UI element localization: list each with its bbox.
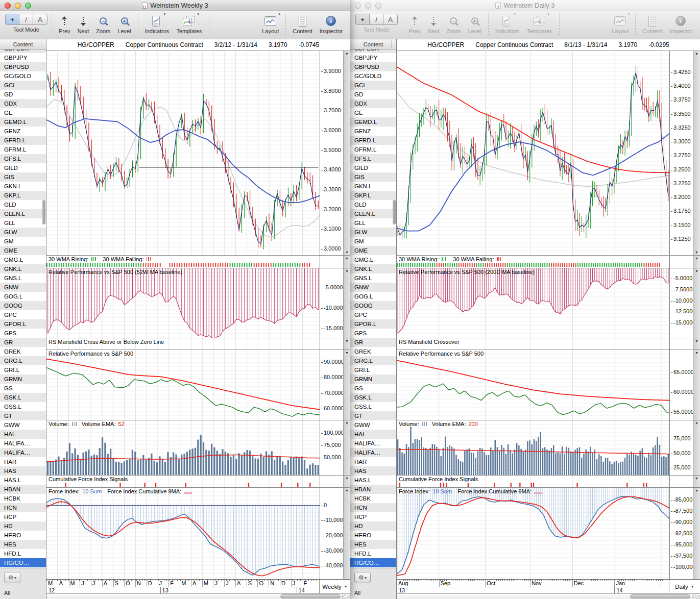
panel-menu-button[interactable]: ▼ [345, 269, 349, 273]
panel-scroll-strip[interactable]: ▼ [693, 338, 700, 350]
inspector-button[interactable]: iInspector [320, 14, 343, 34]
panel-scroll-strip[interactable]: ▼ [693, 476, 700, 487]
panel-scroll-strip[interactable]: ▼ [693, 268, 700, 338]
list-item-symbol[interactable]: GRI.L [0, 365, 46, 375]
panel-scroll-strip[interactable]: ▼ [693, 488, 700, 579]
list-item-symbol[interactable]: GLW [350, 228, 396, 237]
text-tool-button[interactable]: A [33, 14, 47, 24]
list-item-symbol[interactable]: GPC [350, 310, 396, 319]
list-item-symbol[interactable]: GCI [350, 81, 396, 90]
panel-menu-button[interactable]: ▼ [345, 257, 349, 260]
signals-plot[interactable]: Cumulative Force Index Signals [397, 476, 669, 487]
list-item-symbol[interactable]: GT [0, 411, 46, 420]
close-button[interactable] [5, 3, 11, 9]
panel-scroll-strip[interactable]: ▼ [343, 256, 350, 268]
list-item-symbol[interactable]: GREK [0, 347, 46, 356]
list-item-symbol[interactable]: GLD [0, 200, 46, 209]
list-item-symbol[interactable]: HCP [350, 512, 396, 521]
horizontal-scrollbar[interactable] [46, 593, 350, 599]
panel-menu-button[interactable]: ▼ [695, 421, 698, 425]
list-item-symbol[interactable]: GNK.L [350, 264, 396, 273]
panel-menu-button[interactable]: ▼ [345, 489, 349, 492]
zoom-window-button[interactable] [25, 3, 31, 9]
panel-scroll-strip[interactable]: ▼ [693, 350, 700, 420]
list-item-symbol[interactable]: HALIFA… [0, 448, 46, 457]
price-plot[interactable] [46, 51, 320, 255]
panel-scroll-strip[interactable]: ▼ [343, 488, 350, 579]
list-item-symbol[interactable]: GC/GOLD [350, 71, 396, 81]
layout-button[interactable]: ▾Layout [262, 14, 279, 34]
list-item-symbol[interactable]: GLEN.L [0, 209, 46, 218]
close-button[interactable] [355, 3, 361, 9]
list-item-symbol[interactable]: GFRD.L [350, 136, 396, 145]
force-plot[interactable]: Force Index:10 Sum Force Index Cumulativ… [46, 488, 320, 579]
zoom-window-button[interactable] [375, 3, 381, 9]
prev-button[interactable]: Prev [59, 14, 70, 34]
zoom-button[interactable]: −Zoom [96, 14, 110, 34]
list-item-symbol[interactable]: GSK.L [0, 393, 46, 402]
panel-menu-button[interactable]: ▼ [345, 52, 349, 56]
text-tool-button[interactable]: A [383, 14, 397, 24]
panel-scroll-strip[interactable]: ▼ [693, 420, 700, 475]
horizontal-scrollbar[interactable] [397, 593, 700, 599]
list-item-symbol[interactable]: GLL [350, 218, 396, 228]
list-item-symbol[interactable]: GD [0, 90, 46, 99]
list-item-symbol[interactable]: HERO [0, 531, 46, 540]
list-item-symbol[interactable]: GEMD.L [0, 117, 46, 127]
volume-plot[interactable]: Volume: Volume EMA:200 [397, 420, 669, 475]
list-item-symbol[interactable]: GFS.L [0, 154, 46, 163]
panel-scroll-strip[interactable]: ▼ [343, 476, 350, 487]
panel-menu-button[interactable]: ▼ [345, 421, 349, 425]
list-item-symbol[interactable]: GOOG [350, 301, 396, 310]
panel-menu-button[interactable]: ▼ [695, 351, 698, 355]
list-item-symbol[interactable]: HD [0, 521, 46, 531]
list-item-symbol[interactable]: GLL [0, 218, 46, 228]
rplines-plot[interactable]: Relative Performance vs S&P 500 [46, 350, 320, 420]
list-item-symbol[interactable]: GRI.L [350, 365, 396, 375]
panel-menu-button[interactable]: ▼ [695, 52, 698, 56]
zoom-button[interactable]: −Zoom [446, 14, 461, 34]
list-item-symbol[interactable]: GPOR.L [350, 319, 396, 329]
panel-menu-button[interactable]: ▼ [345, 351, 349, 355]
panel-menu-button[interactable]: ▼ [345, 477, 349, 480]
crosshair-tool-button[interactable]: + [356, 14, 370, 24]
list-item-symbol[interactable]: GE [0, 108, 46, 117]
list-item-symbol[interactable]: GNW [0, 283, 46, 292]
list-item-symbol[interactable]: GBPUSD [0, 62, 46, 71]
panel-scroll-strip[interactable]: ▼▼ [693, 51, 700, 255]
panel-menu-button[interactable]: ▼ [345, 251, 349, 254]
list-item-symbol[interactable]: HAS [350, 466, 396, 476]
panel-menu-button[interactable]: ▼ [695, 339, 698, 343]
list-item-symbol[interactable]: GWW [350, 420, 396, 430]
list-item-symbol[interactable]: GREK [350, 347, 396, 356]
list-item-symbol[interactable]: GDX [0, 99, 46, 108]
inspector-button[interactable]: iInspector [669, 14, 692, 34]
list-item-symbol[interactable]: GSS.L [350, 402, 396, 411]
list-item-symbol[interactable]: GR [0, 338, 46, 347]
panel-scroll-strip[interactable]: ▼ [343, 338, 350, 350]
sidebar-header[interactable]: Content [350, 39, 396, 49]
titlebar[interactable]: Weinstein Daily 3 [350, 0, 700, 11]
list-item-symbol[interactable]: GNK.L [0, 264, 46, 273]
symbol-list[interactable]: GBPEURGBPJPYGBPUSDGC/GOLDGCIGDGDXGEGEMD.… [0, 49, 46, 568]
list-item-symbol[interactable]: HCBK [0, 494, 46, 503]
list-item-symbol[interactable]: HFD.L [0, 549, 46, 558]
list-item-symbol[interactable]: GPC [0, 310, 46, 319]
list-item-symbol[interactable]: GFRM.L [0, 145, 46, 154]
panel-scroll-strip[interactable]: ▼ [343, 350, 350, 420]
list-item-symbol[interactable]: GC/GOLD [0, 71, 46, 81]
list-item-symbol[interactable]: GME [350, 246, 396, 255]
list-item-symbol[interactable]: HAS.L [0, 476, 46, 485]
panel-menu-button[interactable]: ▼ [695, 257, 698, 260]
rplines-plot[interactable]: Relative Performance vs S&P 500 [397, 350, 669, 420]
list-item-symbol[interactable]: GILD [0, 163, 46, 172]
list-item-symbol[interactable]: GKN.L [0, 182, 46, 191]
rphist-plot[interactable]: Relative Performance vs S&P 500 (200D MA… [397, 268, 669, 338]
sidebar-scrollbar-thumb[interactable] [42, 200, 45, 224]
symbol-list[interactable]: GBPEURGBPJPYGBPUSDGC/GOLDGCIGDGDXGEGEMD.… [350, 49, 396, 568]
list-item-symbol[interactable]: GOOG [0, 301, 46, 310]
list-item-symbol[interactable]: GKP.L [350, 191, 396, 200]
list-item-symbol[interactable]: GFS.L [350, 154, 396, 163]
sidebar-header[interactable]: Content [0, 39, 46, 49]
list-item-symbol[interactable]: GOG.L [0, 292, 46, 301]
